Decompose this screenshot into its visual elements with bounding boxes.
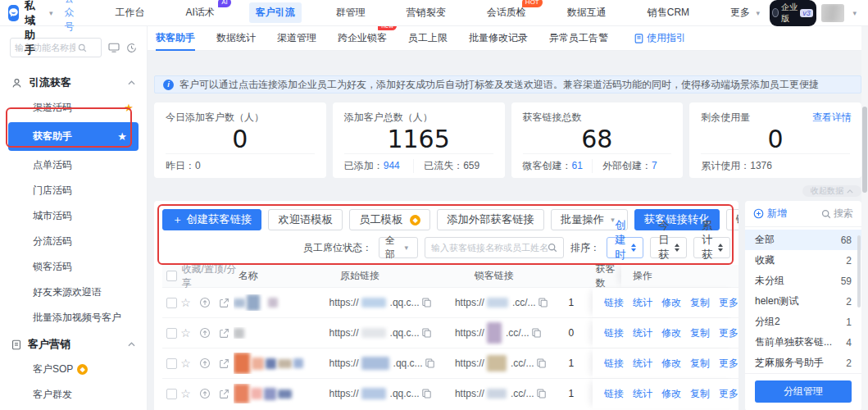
sidebar-item-split-qr[interactable]: 分流活码 — [0, 229, 147, 254]
seat-status-select[interactable]: 全部▾ — [379, 237, 418, 258]
pin-top-icon[interactable] — [199, 388, 211, 399]
link-action[interactable]: 链接 — [604, 296, 624, 310]
favorite-star-icon[interactable]: ☆ — [180, 327, 191, 339]
tab-batch-modify-records[interactable]: 批量修改记录 — [469, 26, 528, 51]
group-item-favorites[interactable]: 收藏2 — [745, 250, 861, 271]
sidebar-item-channel-qr[interactable]: 渠道活码★ — [0, 95, 147, 121]
more-action[interactable]: 更多 — [719, 387, 738, 401]
history-icon[interactable] — [126, 43, 137, 53]
group-list-scrollbar[interactable] — [857, 235, 861, 308]
nav-item-customer-acquisition[interactable]: 客户引流 — [249, 2, 302, 23]
sidebar-item-store-qr[interactable]: 门店活码 — [0, 178, 147, 203]
tab-abnormal-employee-alert[interactable]: 异常员工告警 — [549, 26, 608, 51]
sort-create-time-button[interactable]: 创建时间 — [607, 237, 643, 258]
edit-action[interactable]: 修改 — [661, 296, 681, 310]
sidebar-item-lock-qr[interactable]: 锁客活码 — [0, 254, 147, 280]
page-scrollbar[interactable] — [861, 26, 868, 410]
stats-action[interactable]: 统计 — [633, 357, 652, 371]
edit-action[interactable]: 修改 — [661, 357, 681, 371]
sidebar-item-batch-add-video-customers[interactable]: 批量添加视频号客户 — [0, 305, 147, 330]
collapse-stats-pill[interactable]: 收起数据 — [802, 185, 861, 197]
sidebar-search[interactable] — [10, 38, 102, 57]
page-scrollbar-thumb[interactable] — [862, 107, 867, 193]
sidebar-item-customer-sop[interactable]: 客户SOP◆ — [0, 357, 147, 382]
share-icon[interactable] — [219, 389, 229, 399]
sidebar-item-customer-broadcast[interactable]: 客户群发 — [0, 382, 147, 408]
nav-item-group-management[interactable]: 群管理 — [329, 2, 372, 23]
copy-icon[interactable] — [425, 358, 434, 368]
copy-icon[interactable] — [532, 328, 541, 338]
tab-cross-enterprise-lock[interactable]: 跨企业锁客new — [338, 26, 387, 51]
sidebar-item-city-qr[interactable]: 城市活码 — [0, 203, 147, 229]
group-manage-button[interactable]: 分组管理 — [755, 380, 852, 403]
favorite-star-icon[interactable]: ☆ — [180, 358, 191, 369]
sidebar-item-friend-source-welcome[interactable]: 好友来源欢迎语 — [0, 280, 147, 305]
add-external-link-button[interactable]: 添加外部获客链接 — [437, 209, 544, 230]
copy-icon[interactable] — [537, 389, 546, 399]
more-action[interactable]: 更多 — [719, 357, 738, 371]
welcome-template-button[interactable]: 欢迎语模板 — [268, 209, 343, 230]
more-action[interactable]: 更多 — [719, 296, 738, 310]
sidebar-section-acquisition[interactable]: 引流获客 — [0, 71, 147, 95]
copy-action[interactable]: 复制 — [690, 387, 710, 401]
row-checkbox[interactable] — [166, 298, 177, 308]
nav-item-workbench[interactable]: 工作台 — [108, 2, 151, 23]
link-action[interactable]: 链接 — [604, 326, 624, 340]
favorite-star-icon[interactable]: ☆ — [180, 388, 191, 399]
nav-item-ai-script[interactable]: AI话术AI — [179, 2, 220, 23]
add-group-button[interactable]: 新增 — [753, 207, 787, 221]
group-item-sesame-service[interactable]: 芝麻服务号助手2 — [745, 353, 861, 373]
employee-template-button[interactable]: 员工模板◆ — [349, 209, 430, 230]
star-icon[interactable]: ★ — [117, 130, 127, 143]
stats-action[interactable]: 统计 — [633, 326, 652, 340]
pin-top-icon[interactable] — [199, 297, 211, 308]
sidebar-item-acquisition-assistant[interactable]: 获客助手★ — [8, 122, 139, 151]
copy-icon[interactable] — [539, 298, 548, 308]
mp-account-link[interactable]: 公众号 — [64, 0, 74, 34]
tab-data-statistics[interactable]: 数据统计 — [216, 26, 256, 51]
copy-action[interactable]: 复制 — [690, 326, 710, 340]
sidebar-item-order-qr[interactable]: 点单活码 — [0, 153, 147, 178]
copy-icon[interactable] — [422, 389, 431, 399]
nav-item-marketing-fission[interactable]: 营销裂变 — [400, 2, 452, 23]
feedback-icon[interactable] — [108, 43, 120, 52]
edit-action[interactable]: 修改 — [661, 387, 681, 401]
chevron-up-icon[interactable] — [128, 80, 135, 85]
row-checkbox[interactable] — [166, 328, 177, 339]
favorite-star-icon[interactable]: ☆ — [180, 297, 191, 308]
copy-icon[interactable] — [422, 298, 431, 308]
tab-employee-limit[interactable]: 员工上限 — [408, 26, 448, 51]
nav-item-sales-crm[interactable]: 销售CRM — [641, 2, 696, 23]
link-search-input[interactable] — [431, 243, 548, 253]
share-icon[interactable] — [219, 298, 229, 308]
create-link-button[interactable]: ＋创建获客链接 — [162, 209, 261, 230]
account-chevron-down-icon[interactable]: ▾ — [852, 9, 857, 17]
stats-action[interactable]: 统计 — [633, 296, 652, 310]
tab-acquisition-assistant[interactable]: 获客助手 — [156, 26, 195, 51]
group-item-all[interactable]: 全部68 — [745, 230, 861, 250]
copy-icon[interactable] — [537, 358, 546, 368]
pin-top-icon[interactable] — [199, 327, 211, 339]
link-action[interactable]: 链接 — [604, 387, 624, 401]
tab-channel-management[interactable]: 渠道管理 — [277, 26, 316, 51]
nav-item-data-interchange[interactable]: 数据互通 — [561, 2, 613, 23]
select-all-checkbox[interactable] — [166, 271, 177, 281]
group-search-button[interactable]: 搜索 — [821, 207, 853, 221]
star-icon[interactable]: ★ — [124, 102, 134, 114]
usage-guide-link[interactable]: 使用指引 — [634, 31, 686, 45]
more-action[interactable]: 更多 — [719, 326, 738, 340]
chevron-up-icon[interactable] — [128, 342, 135, 347]
group-item-ungrouped[interactable]: 未分组59 — [745, 271, 861, 291]
edit-action[interactable]: 修改 — [661, 326, 681, 340]
group-item-presales[interactable]: 售前单独获客链...4 — [745, 332, 861, 353]
sort-total-button[interactable]: 累计获客 — [693, 237, 730, 258]
nav-item-more[interactable]: 更多 ▾ — [724, 2, 770, 23]
stats-action[interactable]: 统计 — [633, 387, 652, 401]
copy-action[interactable]: 复制 — [690, 296, 710, 310]
group-item-helen-test[interactable]: helen测试2 — [745, 291, 861, 312]
copy-action[interactable]: 复制 — [690, 357, 710, 371]
group-item-group2[interactable]: 分组21 — [745, 312, 861, 332]
nav-item-chat-inspection[interactable]: 会话质检HOT — [480, 2, 533, 23]
sidebar-section-marketing[interactable]: 客户营销 — [0, 332, 147, 357]
sort-today-button[interactable]: 今日获客 — [650, 237, 687, 258]
